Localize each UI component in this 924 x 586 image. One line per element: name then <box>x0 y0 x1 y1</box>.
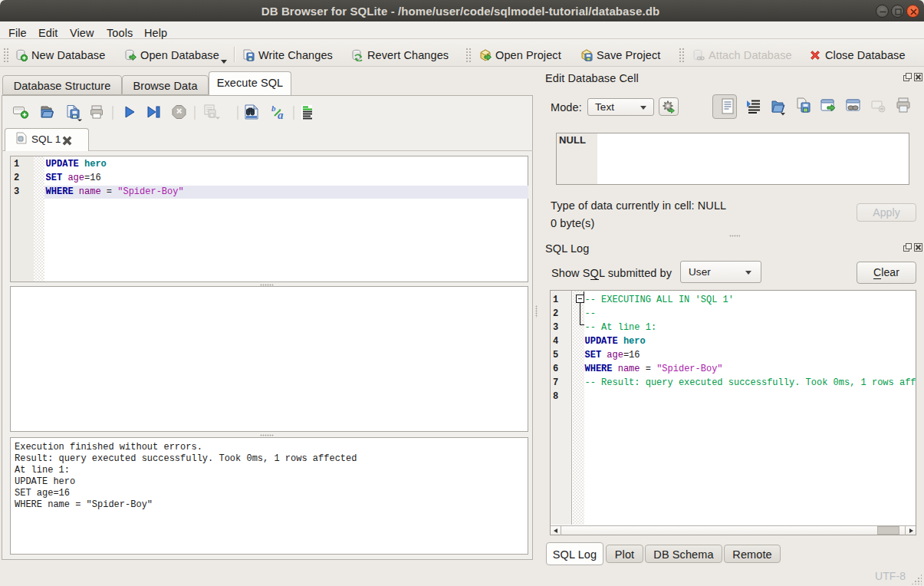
svg-text:b: b <box>271 104 276 113</box>
svg-text:a: a <box>278 109 284 121</box>
